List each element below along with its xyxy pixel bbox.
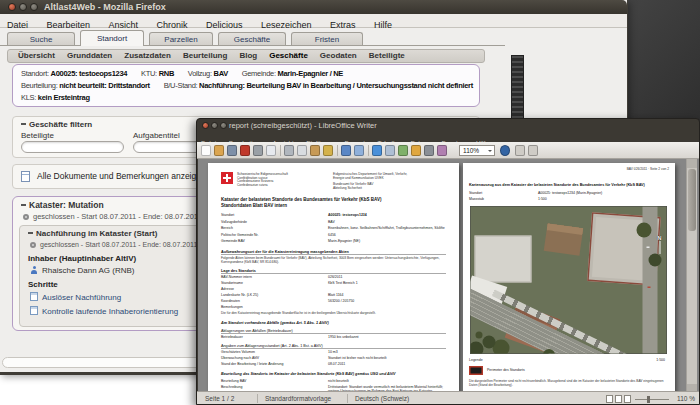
step-ausloeser-link[interactable]: Auslöser Nachführung: [42, 293, 121, 302]
find-icon[interactable]: [411, 145, 421, 156]
multi-page-view-icon[interactable]: [615, 395, 622, 403]
subtab-beteiligte[interactable]: Beteiligte: [369, 50, 405, 62]
open-icon[interactable]: [214, 145, 224, 156]
alle-dokumente-link[interactable]: Alle Dokumente und Bemerkungen anzeigen: [37, 171, 206, 181]
redo-icon[interactable]: [354, 145, 364, 156]
document-page-2: BAV 026/2011 · Seite 2 von 2 Kartenauszu…: [463, 163, 675, 393]
maximize-button[interactable]: [220, 122, 227, 129]
nachfuehrung-status: geschlossen - Start 08.07.2011 - Ende: 0…: [30, 241, 197, 248]
toolbar-separator: [337, 145, 338, 156]
map-hint: Die dargestellten Perimeter sind nicht r…: [469, 379, 667, 387]
copy-icon[interactable]: [297, 145, 307, 156]
tab-parzellen[interactable]: Parzellen: [149, 32, 213, 45]
subtab-geschaefte[interactable]: Geschäfte: [269, 50, 308, 62]
inhaber-link[interactable]: Rhaische Dann AG (RNB): [42, 266, 134, 275]
beteiligte-label: Beteiligte: [21, 131, 54, 140]
legend-row: Legende 1:500: [469, 358, 665, 362]
kataster-header[interactable]: Kataster: Mutation: [21, 200, 104, 210]
scroll-up-icon[interactable]: [687, 159, 697, 168]
navigator-icon[interactable]: [424, 145, 434, 156]
cut-icon[interactable]: [284, 145, 294, 156]
status-language[interactable]: Deutsch (Schweiz): [355, 395, 409, 402]
table-icon[interactable]: [385, 145, 395, 156]
draw-functions-icon[interactable]: [398, 145, 408, 156]
undo-icon[interactable]: [341, 145, 351, 156]
building: [475, 236, 532, 283]
section-header: Beurteilung des Standorts im Kataster de…: [221, 371, 446, 376]
confederation-lines: Schweizerische Eidgenossenschaft Confédé…: [237, 172, 288, 187]
document-area: Schweizerische Eidgenossenschaft Confédé…: [198, 159, 699, 393]
swiss-cross-logo: [221, 172, 233, 184]
status-page[interactable]: Seite 1 / 2: [205, 395, 234, 402]
filter-panel-header[interactable]: Geschäfte filtern: [21, 120, 92, 129]
tab-suche[interactable]: Suche: [7, 32, 75, 45]
minimize-button[interactable]: [19, 3, 27, 11]
gear-icon: [23, 214, 29, 220]
status-divider: [257, 394, 258, 403]
subtab-geodaten[interactable]: Geodaten: [320, 50, 357, 62]
section-header: Am Standort vorhandene Abfälle (gemäss A…: [221, 320, 446, 325]
gallery-icon[interactable]: [437, 145, 447, 156]
map-scale: 1:500: [656, 358, 665, 362]
print-preview-icon[interactable]: [266, 145, 276, 156]
scrollbar-thumb[interactable]: [688, 169, 696, 231]
vertical-scrollbar[interactable]: [686, 159, 697, 393]
status-style[interactable]: Standardformatvorlage: [265, 395, 331, 402]
window-title: Altlast4Web - Mozilla Firefox: [44, 2, 166, 12]
subtab-beurteilung[interactable]: Beurteilung: [183, 50, 227, 62]
page-header: BAV 026/2011 · Seite 2 von 2: [627, 167, 669, 171]
export-pdf-icon[interactable]: [240, 145, 250, 156]
legend-item-label: Perimeter des Standorts: [487, 368, 525, 372]
firefox-menubar: Datei Bearbeiten Ansicht Chronik Delicio…: [0, 14, 627, 28]
help-icon[interactable]: [500, 145, 510, 156]
document-page-1: Schweizerische Eidgenossenschaft Confédé…: [208, 163, 459, 393]
status-zoom[interactable]: 110 %: [677, 395, 695, 402]
subtab-grunddaten[interactable]: Grunddaten: [67, 50, 112, 62]
toolbar-separator: [368, 145, 369, 156]
close-button[interactable]: [8, 3, 16, 11]
step-row: Auslöser Nachführung: [30, 292, 121, 302]
kataster-status: geschlossen - Start 08.07.2011 - Ende: 0…: [23, 212, 202, 221]
perimeter-swatch: [469, 366, 483, 375]
book-view-icon[interactable]: [624, 395, 631, 403]
single-page-view-icon[interactable]: [606, 395, 613, 403]
nachfuehrung-header[interactable]: Nachführung im Kataster (Start): [28, 229, 157, 238]
close-button[interactable]: [202, 122, 209, 129]
window-title: report (schreibgeschützt) - LibreOffice …: [229, 121, 377, 130]
save-icon[interactable]: [227, 145, 237, 156]
firefox-titlebar[interactable]: Altlast4Web - Mozilla Firefox: [0, 0, 627, 14]
subsection-header: Ablagerungen von Abfällen (Betriebsdauer…: [221, 328, 446, 334]
previous-page-icon[interactable]: [515, 145, 525, 156]
info-line-2: Beurteilung: nicht beurteilt: Drittstand…: [21, 80, 471, 92]
toolbar-separator: [280, 145, 281, 156]
map-title: Kartenauszug aus dem Kataster der belast…: [469, 182, 669, 187]
minimize-button[interactable]: [211, 122, 218, 129]
zoom-slider-thumb[interactable]: [647, 396, 650, 403]
maximize-button[interactable]: [30, 3, 38, 11]
paste-icon[interactable]: [310, 145, 320, 156]
tab-standort[interactable]: Standort: [80, 30, 144, 46]
tab-fristen[interactable]: Fristen: [291, 32, 363, 45]
hyperlink-icon[interactable]: [372, 145, 382, 156]
next-page-icon[interactable]: [528, 145, 538, 156]
step-kontrolle-link[interactable]: Kontrolle laufende Inhaberorientierung: [42, 307, 178, 316]
new-document-icon[interactable]: [201, 145, 211, 156]
beteiligte-input[interactable]: [21, 141, 124, 153]
subsection-header: Angaben zum Ablagerungsstandort (Art. 2 …: [221, 343, 446, 349]
subtab-blog[interactable]: Blog: [239, 50, 257, 62]
info-line-1: Standort: A00025: testoeops1234 KTU: RNB…: [21, 68, 471, 80]
aerial-photo: N: [470, 206, 667, 354]
standort-info-box: Standort: A00025: testoeops1234 KTU: RNB…: [12, 64, 480, 107]
car: [648, 287, 651, 289]
collapse-icon: [28, 232, 33, 234]
zoom-slider[interactable]: [635, 399, 669, 400]
writer-titlebar[interactable]: report (schreibgeschützt) - LibreOffice …: [197, 119, 699, 132]
subtab-uebersicht[interactable]: Übersicht: [18, 50, 55, 62]
print-icon[interactable]: [253, 145, 263, 156]
zoom-combo[interactable]: 110%: [459, 145, 495, 156]
writer-toolbar: 110%: [197, 142, 699, 159]
subtab-zusatzdaten[interactable]: Zusatzdaten: [124, 50, 171, 62]
paintbrush-icon[interactable]: [323, 145, 333, 156]
collapse-icon: [21, 123, 26, 125]
tab-geschaefte[interactable]: Geschäfte: [218, 32, 286, 45]
